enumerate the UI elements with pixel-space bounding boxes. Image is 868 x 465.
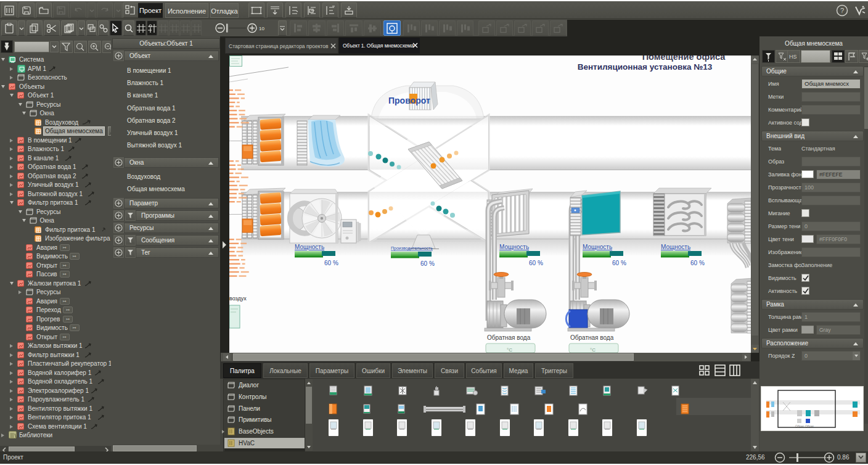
svg-text:Вентиляционная установка №13: Вентиляционная установка №13 xyxy=(578,62,713,72)
svg-text:Обратная вода: Обратная вода xyxy=(570,334,614,341)
svg-text:°C: °C xyxy=(507,347,512,353)
svg-text:60 %: 60 % xyxy=(324,260,338,266)
svg-text:Обратная вода: Обратная вода xyxy=(487,334,531,341)
svg-text:HS: HS xyxy=(789,54,797,60)
svg-text:Мощность: Мощность xyxy=(661,244,690,250)
svg-text:Проворот: Проворот xyxy=(388,96,430,105)
svg-text:Производительность: Производительность xyxy=(391,246,433,251)
svg-text:Помещение офиса: Помещение офиса xyxy=(642,56,726,62)
svg-text:10: 10 xyxy=(259,25,264,31)
svg-text:60 %: 60 % xyxy=(529,260,543,266)
svg-text:Мощность: Мощность xyxy=(295,244,324,250)
svg-text:воздух: воздух xyxy=(229,295,247,302)
svg-text:60 %: 60 % xyxy=(612,260,626,266)
svg-text:60 %: 60 % xyxy=(690,260,705,266)
svg-text:?: ? xyxy=(840,7,844,14)
svg-text:°C: °C xyxy=(590,347,596,353)
svg-text:Мощность: Мощность xyxy=(583,244,612,250)
svg-text:Мощность: Мощность xyxy=(499,244,529,250)
svg-text:60 %: 60 % xyxy=(420,260,435,267)
